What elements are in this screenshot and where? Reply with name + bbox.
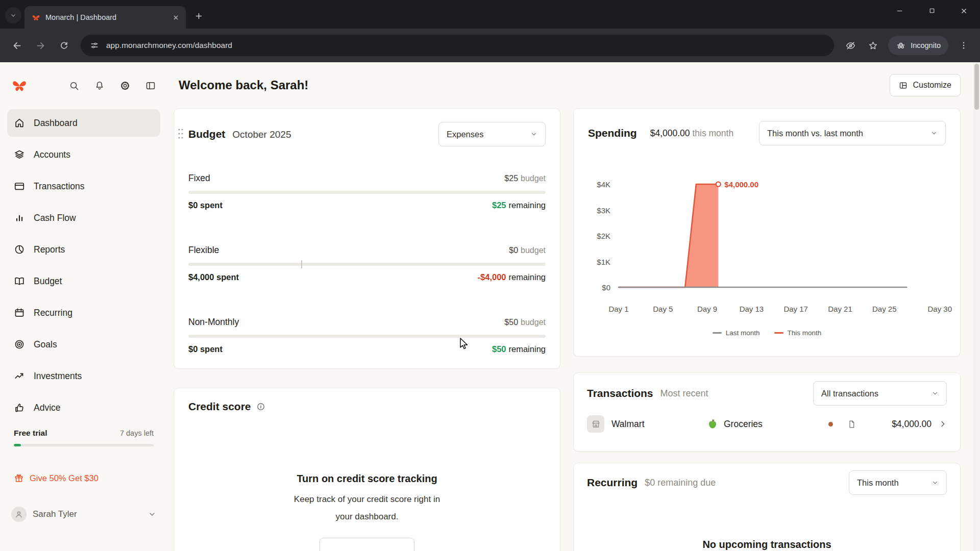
search-button[interactable] [64,76,84,95]
budget-remaining-value: -$4,000 [478,272,506,282]
page-title: Welcome back, Sarah! [179,78,308,92]
spending-summary-amount: $4,000.00 [650,128,690,138]
calendar-icon [14,307,25,318]
transaction-row[interactable]: Walmart Groceries $4,000.00 [587,414,947,434]
spending-summary-period: this month [690,128,734,138]
browser-tab[interactable]: Monarch | Dashboard [24,6,186,29]
privacy-eye-button[interactable] [840,35,861,56]
trend-up-icon [14,370,25,382]
enable-credit-score-button[interactable] [320,538,414,551]
recurring-empty-message: No upcoming transactions [587,539,947,550]
chevron-down-icon [530,131,537,138]
recurring-filter-select[interactable]: This month [849,470,947,495]
gift-icon [14,473,24,483]
green-apple-icon [706,418,719,430]
y-axis-tick: $2K [597,232,610,240]
trial-progress-bar [14,444,154,446]
budget-amount-word: budget [521,318,546,327]
chevron-down-icon [9,11,17,19]
budget-remaining-word: remaining [509,201,546,210]
sidebar-item-transactions[interactable]: Transactions [7,172,160,200]
spending-chart-svg [615,177,944,294]
sidebar-item-recurring[interactable]: Recurring [7,299,160,327]
budget-spent: $0 spent [188,344,223,354]
referral-link[interactable]: Give 50% Get $30 [7,473,160,483]
credit-score-title: Credit score [188,400,251,413]
collapse-sidebar-button[interactable] [141,76,160,95]
sidebar-item-label: Dashboard [34,118,78,129]
sidebar-item-goals[interactable]: Goals [7,331,160,358]
gear-icon [120,81,130,91]
browser-menu-button[interactable] [953,35,974,56]
transactions-subtitle: Most recent [660,388,708,399]
x-axis-tick: Day 21 [828,305,852,313]
info-button[interactable] [256,402,265,411]
attachment-button[interactable] [847,420,856,429]
bell-icon [94,81,105,91]
budget-amount-word: budget [521,246,546,255]
new-tab-button[interactable] [190,7,207,24]
target-icon [14,339,25,350]
budget-amount: $25budget [504,174,546,183]
window-minimize-button[interactable] [884,0,916,21]
budget-progress-track [188,335,546,338]
budget-amount-value: $0 [509,246,518,255]
scrollbar-thumb[interactable] [974,64,979,110]
sidebar-item-label: Budget [34,276,62,287]
y-axis-tick: $3K [597,206,610,214]
monarch-favicon-icon [32,13,40,22]
browser-toolbar: app.monarchmoney.com/dashboard Incognito [0,29,980,62]
window-maximize-button[interactable] [916,0,948,21]
budget-filter-value: Expenses [447,130,483,139]
chevron-down-icon [930,130,938,137]
reload-button[interactable] [53,35,75,56]
plus-icon [194,12,203,20]
sidebar-top-row [7,62,160,109]
budget-amount: $50budget [504,318,546,327]
profile-name: Sarah Tyler [33,509,77,519]
sidebar-item-cash-flow[interactable]: Cash Flow [7,204,160,232]
tab-close-button[interactable] [169,11,182,23]
bookmark-star-button[interactable] [863,35,883,56]
transaction-chevron[interactable] [939,420,947,428]
search-icon [69,81,79,91]
drag-handle-icon[interactable] [177,127,185,140]
monarch-logo-icon[interactable] [11,78,28,94]
sidebar-item-reports[interactable]: Reports [7,236,160,263]
category-groceries-icon [706,418,719,430]
customize-button[interactable]: Customize [890,74,961,96]
free-trial-label: Free trial [14,429,47,438]
sidebar-item-label: Cash Flow [34,213,76,223]
window-close-button[interactable] [948,0,980,21]
budget-filter-select[interactable]: Expenses [438,122,546,146]
profile-menu[interactable]: Sarah Tyler [7,507,160,522]
chart-legend: Last monthThis month [588,329,946,337]
x-axis-tick: Day 13 [740,305,764,313]
sidebar-item-dashboard[interactable]: Dashboard [7,109,160,137]
address-bar[interactable]: app.monarchmoney.com/dashboard [81,35,834,56]
grip-dots-icon [177,127,185,140]
sidebar-item-investments[interactable]: Investments [7,362,160,390]
sidebar-item-advice[interactable]: Advice [7,394,160,421]
back-button[interactable] [6,35,28,56]
sidebar-item-accounts[interactable]: Accounts [7,141,160,168]
forward-button[interactable] [30,35,51,56]
page-scrollbar [973,62,980,551]
free-trial-section: Free trial 7 days left [7,429,160,446]
budget-remaining: $50remaining [492,344,546,354]
transactions-filter-select[interactable]: All transactions [813,381,947,406]
incognito-icon [896,40,906,51]
pie-chart-icon [14,244,25,255]
app-root: Dashboard Accounts Transactions Cash Flo… [0,62,980,551]
main-content: Welcome back, Sarah! Customize Budget O [167,62,980,551]
settings-button[interactable] [115,76,135,95]
kebab-menu-icon [959,41,968,50]
tab-search-button[interactable] [5,7,21,23]
sidebar-item-budget[interactable]: Budget [7,267,160,295]
sidebar-item-label: Reports [34,244,65,255]
sidebar-item-label: Investments [34,371,82,382]
close-icon [173,14,179,21]
spending-filter-select[interactable]: This month vs. last month [759,121,946,145]
budget-period: October 2025 [232,129,291,140]
notifications-button[interactable] [90,76,109,95]
